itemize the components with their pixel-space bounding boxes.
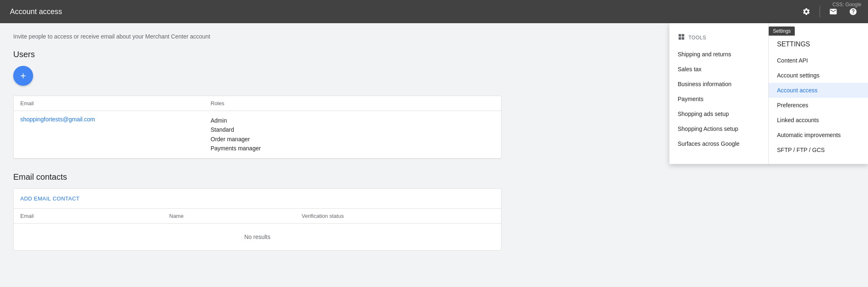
tools-item-surfaces[interactable]: Surfaces across Google: [669, 136, 768, 151]
page-title: Account access: [10, 7, 62, 16]
email-contacts-section-title: Email contacts: [13, 172, 855, 182]
no-results-label: No results: [14, 224, 501, 250]
users-table-header: Email Roles: [14, 96, 501, 111]
tools-header-label: TOOLS: [688, 35, 706, 41]
tools-column: TOOLS Shipping and returns Sales tax Bus…: [669, 23, 769, 164]
settings-column: Settings SETTINGS Content API Account se…: [769, 23, 868, 164]
settings-item-auto-improvements[interactable]: Automatic improvements: [769, 128, 868, 142]
tools-column-header: TOOLS: [669, 30, 768, 47]
ec-status-header: Verification status: [302, 213, 494, 219]
email-contacts-card: ADD EMAIL CONTACT Email Name Verificatio…: [13, 188, 501, 251]
role-admin: Admin: [211, 116, 494, 125]
user-roles-cell: Admin Standard Order manager Payments ma…: [211, 116, 494, 153]
settings-item-content-api[interactable]: Content API: [769, 53, 868, 68]
role-payments-manager: Payments manager: [211, 144, 494, 153]
users-table: Email Roles shoppingfortests@gmail.com A…: [13, 96, 501, 159]
user-email-link[interactable]: shoppingfortests@gmail.com: [20, 116, 95, 123]
settings-dropdown: TOOLS Shipping and returns Sales tax Bus…: [669, 23, 868, 164]
tools-item-payments[interactable]: Payments: [669, 92, 768, 106]
settings-item-linked-accounts[interactable]: Linked accounts: [769, 113, 868, 128]
settings-item-account-access[interactable]: Account access: [769, 83, 868, 98]
ec-name-header: Name: [169, 213, 302, 219]
tools-grid-icon: [678, 33, 685, 42]
top-bar: Account access CSS: Google: [0, 0, 868, 23]
settings-item-preferences[interactable]: Preferences: [769, 98, 868, 113]
settings-item-sftp[interactable]: SFTP / FTP / GCS: [769, 142, 868, 157]
tools-item-shopping-ads[interactable]: Shopping ads setup: [669, 106, 768, 121]
settings-tab-label: Settings: [769, 27, 795, 36]
email-contacts-table-header: Email Name Verification status: [14, 208, 501, 224]
settings-item-account-settings[interactable]: Account settings: [769, 68, 868, 83]
role-order-manager: Order manager: [211, 135, 494, 144]
tools-item-shopping-actions[interactable]: Shopping Actions setup: [669, 121, 768, 136]
table-row: shoppingfortests@gmail.com Admin Standar…: [14, 111, 501, 159]
tools-item-shipping[interactable]: Shipping and returns: [669, 47, 768, 62]
email-column-header: Email: [20, 100, 211, 106]
settings-column-header: SETTINGS: [769, 36, 868, 53]
tools-item-business-info[interactable]: Business information: [669, 77, 768, 92]
css-label: CSS: Google: [832, 2, 861, 7]
user-roles: Admin Standard Order manager Payments ma…: [211, 116, 494, 153]
add-email-contact-button[interactable]: ADD EMAIL CONTACT: [14, 189, 86, 208]
role-standard: Standard: [211, 125, 494, 134]
user-email-cell: shoppingfortests@gmail.com: [20, 116, 211, 123]
add-user-button[interactable]: +: [13, 66, 33, 86]
add-email-contact-wrapper: ADD EMAIL CONTACT: [14, 189, 501, 208]
roles-column-header: Roles: [211, 100, 494, 106]
ec-email-header: Email: [20, 213, 169, 219]
settings-icon[interactable]: [798, 3, 815, 20]
divider: [820, 6, 820, 17]
tools-item-sales-tax[interactable]: Sales tax: [669, 62, 768, 77]
